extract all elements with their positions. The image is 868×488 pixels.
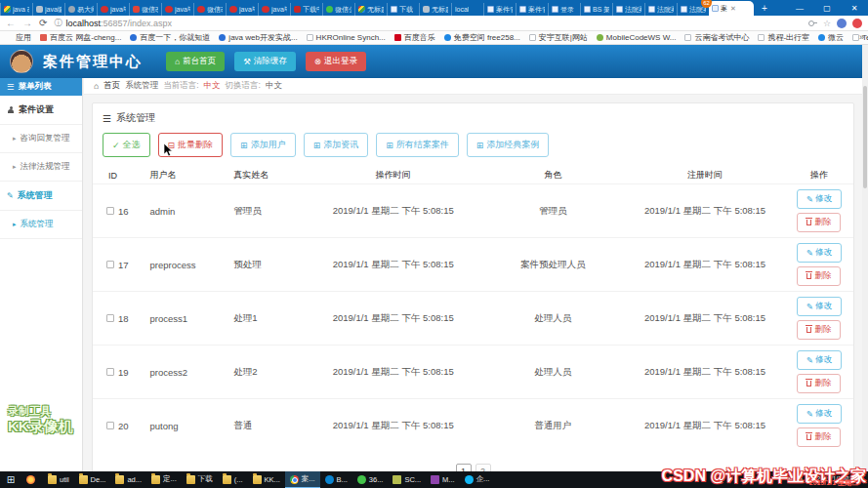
sidebar-subitem[interactable]: ▸ 法律法规管理 (0, 153, 82, 182)
browser-tab[interactable]: java编 (32, 3, 64, 16)
row-checkbox[interactable] (106, 368, 114, 376)
forward-icon[interactable]: → (22, 19, 32, 28)
browser-tab[interactable]: java毕 (161, 3, 193, 16)
delete-button[interactable]: 删除 (797, 213, 841, 232)
header-button[interactable]: ⌂ 前台首页 (166, 52, 225, 71)
profile-avatar-icon[interactable] (837, 19, 847, 28)
minimize-button[interactable]: — (786, 0, 813, 16)
taskbar-item[interactable]: ad... (110, 471, 146, 488)
bookmark-item[interactable]: 微云 (818, 32, 844, 43)
bookmark-item[interactable]: MobileCodeWS W... (597, 33, 677, 42)
taskbar-item[interactable]: M... (426, 471, 460, 488)
taskbar-item[interactable]: 下载 (182, 471, 218, 488)
browser-tab[interactable]: 法院案 62 (677, 3, 709, 16)
taskbar-item[interactable]: KK... (248, 471, 285, 488)
browser-tab[interactable]: 案 ✕ (709, 1, 754, 16)
browser-tab[interactable]: java毕 (226, 3, 258, 16)
browser-tab[interactable]: 无标题 (354, 3, 387, 16)
delete-button[interactable]: 删除 (797, 266, 841, 286)
page-button[interactable]: 1 (456, 464, 472, 471)
bookmark-star-icon[interactable]: ☆ (823, 19, 831, 28)
breadcrumb-home[interactable]: 首页 (103, 80, 120, 92)
browser-tab[interactable]: 下载 (387, 3, 419, 16)
switch-language-value[interactable]: 中文 (266, 80, 282, 92)
sidebar-subitem[interactable]: ▸ 咨询回复管理 (0, 125, 82, 153)
row-checkbox[interactable] (106, 261, 114, 268)
close-button[interactable]: ✕ (841, 0, 868, 16)
browser-tab[interactable]: 案件管 (483, 3, 516, 16)
sidebar-item-system-management[interactable]: ✎ 系统管理 (0, 182, 82, 211)
row-checkbox[interactable] (106, 422, 114, 429)
browser-tab[interactable]: 法院案 (644, 3, 677, 16)
edit-button[interactable]: ✎ 修改 (797, 243, 842, 263)
panel-toolbar-button[interactable]: ⊞ 所有结案案件 (376, 133, 459, 157)
address-bar[interactable]: ⓘ localhost:56857/index.aspx (54, 18, 802, 28)
extension-icon[interactable] (852, 19, 862, 28)
bookmark-item[interactable]: 百度一下，你就知道 (130, 32, 210, 43)
page-scrollbar[interactable] (862, 45, 868, 471)
edit-button[interactable]: ✎ 修改 (797, 404, 842, 424)
browser-tab[interactable]: 无标题 (419, 3, 451, 16)
taskbar-item[interactable]: SC... (388, 471, 426, 488)
taskbar-item[interactable]: 36... (352, 471, 389, 488)
taskbar-item[interactable]: util (43, 471, 74, 488)
taskbar-item[interactable] (21, 471, 43, 488)
taskbar-item[interactable]: 案... (285, 471, 320, 488)
delete-button[interactable]: 删除 (797, 374, 841, 393)
browser-tab[interactable]: 法院案 (612, 3, 644, 16)
sidebar-item-case-settings[interactable]: 案件设置 (0, 96, 82, 125)
browser-tab[interactable]: 下载中 (290, 3, 322, 16)
bookmark-item[interactable]: 携程-出行室 (758, 32, 809, 43)
taskbar-item[interactable]: 企... (460, 471, 495, 488)
browser-tab[interactable]: 微信改 (193, 3, 226, 16)
browser-tab[interactable]: 微信公 (322, 3, 354, 16)
site-info-icon[interactable]: ⓘ (54, 18, 62, 28)
current-language-value[interactable]: 中文 (204, 80, 221, 92)
browser-tab[interactable]: java毕 (258, 3, 290, 16)
scrollbar-thumb[interactable] (863, 86, 867, 188)
header-button[interactable]: ⚒ 清除缓存 (234, 52, 296, 71)
edit-button[interactable]: ✎ 修改 (797, 189, 842, 209)
taskbar-item[interactable]: (... (218, 471, 248, 488)
browser-tab[interactable]: 案件管 (516, 3, 548, 16)
header-button[interactable]: ⊗ 退出登录 (306, 52, 366, 71)
bookmark-item[interactable]: 百度云 网盘-cheng... (40, 32, 121, 43)
browser-tab[interactable]: 登录 (548, 3, 580, 16)
bookmark-item[interactable]: HKROnline Synch... (307, 33, 386, 42)
taskbar-item[interactable]: 定... (146, 471, 182, 488)
panel-toolbar-button[interactable]: ✓ 全选 (103, 133, 150, 157)
browser-tab[interactable]: java 改 (0, 3, 32, 16)
row-checkbox[interactable] (106, 207, 114, 215)
page-button[interactable]: 2 (475, 464, 491, 471)
bookmarks-overflow-icon[interactable]: » (859, 32, 864, 42)
panel-toolbar-button[interactable]: ⊞ 添加用户 (230, 133, 296, 157)
panel-toolbar-button[interactable]: ⊞ 添加经典案例 (467, 133, 550, 157)
bookmark-item[interactable]: 云南省考试中心 (684, 32, 749, 43)
maximize-button[interactable]: ▢ (813, 0, 841, 16)
start-button[interactable]: ⊞ (0, 471, 21, 488)
reload-icon[interactable]: ⟳ (39, 19, 47, 28)
tab-close-icon[interactable]: ✕ (730, 5, 736, 13)
browser-tab[interactable]: local (451, 3, 483, 16)
browser-tab[interactable]: java毕 (97, 3, 129, 16)
bookmark-item[interactable]: 应用 (6, 32, 31, 43)
delete-button[interactable]: 删除 (797, 427, 841, 447)
password-key-icon[interactable] (808, 20, 817, 25)
edit-button[interactable]: ✎ 修改 (797, 350, 842, 370)
taskbar-item[interactable]: De... (74, 471, 111, 488)
bookmark-item[interactable]: 免费空间 free258... (444, 32, 520, 43)
browser-tab[interactable]: 易大师 (64, 3, 97, 16)
panel-toolbar-button[interactable]: ⊞ 添加资讯 (304, 133, 369, 157)
back-icon[interactable]: ← (6, 19, 16, 28)
browser-tab[interactable]: BS 架 (580, 3, 612, 16)
new-tab-button[interactable]: + (754, 3, 775, 14)
row-checkbox[interactable] (106, 314, 114, 322)
edit-button[interactable]: ✎ 修改 (797, 297, 842, 316)
delete-button[interactable]: 删除 (797, 320, 841, 340)
bookmark-item[interactable]: java web开发实战... (219, 32, 297, 43)
taskbar-item[interactable]: B... (320, 471, 352, 488)
bookmark-item[interactable]: 安宇互联|网站 (529, 32, 588, 43)
sidebar-subitem-system-management[interactable]: ▸ 系统管理 (0, 211, 82, 239)
bookmark-item[interactable]: 百度音乐 (394, 32, 435, 43)
browser-tab[interactable]: 微信改 (129, 3, 161, 16)
